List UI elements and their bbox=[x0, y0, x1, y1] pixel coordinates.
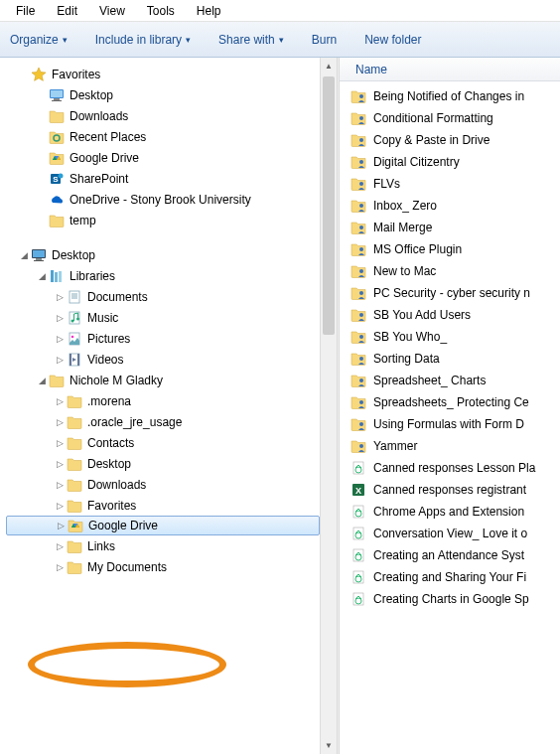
tree-item-contacts[interactable]: ▷ Contacts bbox=[6, 432, 320, 453]
expand-arrow[interactable]: ▷ bbox=[54, 313, 66, 323]
folder-icon bbox=[66, 456, 83, 472]
include-library-button[interactable]: Include in library bbox=[95, 33, 191, 47]
file-name-label: FLVs bbox=[373, 177, 400, 191]
file-row[interactable]: Being Notified of Changes in bbox=[340, 85, 560, 107]
tree-item-label: Google Drive bbox=[70, 151, 139, 165]
tree-item-label: Google Drive bbox=[88, 519, 158, 532]
file-row[interactable]: Chrome Apps and Extension bbox=[340, 501, 560, 523]
file-row[interactable]: Using Formulas with Form D bbox=[340, 413, 560, 435]
file-row[interactable]: FLVs bbox=[340, 173, 560, 195]
burn-button[interactable]: Burn bbox=[312, 33, 337, 47]
file-row[interactable]: Canned responses Lesson Pla bbox=[340, 457, 560, 479]
tree-item-recent-places[interactable]: Recent Places bbox=[6, 126, 320, 147]
scroll-up-button[interactable]: ▲ bbox=[321, 58, 337, 75]
tree-item--oracle-jre-usage[interactable]: ▷ .oracle_jre_usage bbox=[6, 411, 320, 432]
sharepoint-icon bbox=[48, 171, 66, 187]
file-type-icon bbox=[350, 198, 367, 214]
expand-arrow[interactable]: ▷ bbox=[54, 292, 66, 302]
pane-splitter[interactable] bbox=[337, 58, 340, 754]
tree-item--morena[interactable]: ▷ .morena bbox=[6, 390, 320, 411]
tree-item-favorites[interactable]: ▷ Favorites bbox=[6, 495, 320, 516]
expand-arrow[interactable]: ▷ bbox=[54, 396, 66, 406]
file-type-icon bbox=[350, 460, 367, 476]
tree-item-label: Documents bbox=[87, 290, 148, 304]
file-row[interactable]: Spreadsheets_ Protecting Ce bbox=[340, 391, 560, 413]
file-name-label: Sorting Data bbox=[373, 352, 440, 366]
menu-file[interactable]: File bbox=[6, 2, 45, 20]
tree-item-label: Downloads bbox=[70, 109, 128, 123]
file-row[interactable]: SB You Who_ bbox=[340, 326, 560, 348]
file-row[interactable]: Spreadsheet_ Charts bbox=[340, 370, 560, 391]
share-with-button[interactable]: Share with bbox=[218, 33, 284, 47]
menu-edit[interactable]: Edit bbox=[47, 2, 87, 20]
file-row[interactable]: Conditional Formatting bbox=[340, 107, 560, 129]
file-name-label: Canned responses registrant bbox=[373, 483, 526, 497]
tree-item-label: Nichole M Gladky bbox=[70, 374, 163, 387]
file-name-label: Mail Merge bbox=[373, 221, 432, 234]
tree-desktop[interactable]: ◢ Desktop bbox=[6, 244, 320, 265]
menu-tools[interactable]: Tools bbox=[137, 2, 185, 20]
expand-arrow[interactable]: ▷ bbox=[54, 562, 66, 572]
expand-arrow[interactable]: ▷ bbox=[54, 438, 66, 448]
tree-item-music[interactable]: ▷ Music bbox=[6, 307, 320, 328]
tree-user-folder[interactable]: ◢ Nichole M Gladky bbox=[6, 370, 320, 390]
tree-item-desktop[interactable]: ▷ Desktop bbox=[6, 453, 320, 474]
file-row[interactable]: Copy & Paste in Drive bbox=[340, 129, 560, 151]
file-name-label: Conditional Formatting bbox=[373, 111, 493, 125]
expand-arrow[interactable]: ▷ bbox=[55, 521, 67, 530]
file-row[interactable]: SB You Add Users bbox=[340, 304, 560, 326]
tree-item-sharepoint[interactable]: SharePoint bbox=[6, 168, 320, 189]
file-type-icon bbox=[350, 132, 367, 148]
tree-item-downloads[interactable]: ▷ Downloads bbox=[6, 474, 320, 495]
expand-arrow[interactable]: ◢ bbox=[18, 250, 30, 260]
file-name-label: Being Notified of Changes in bbox=[373, 89, 524, 103]
menu-help[interactable]: Help bbox=[187, 2, 231, 20]
scroll-track[interactable] bbox=[321, 75, 337, 737]
file-row[interactable]: Canned responses registrant bbox=[340, 479, 560, 501]
expand-arrow[interactable]: ▷ bbox=[54, 480, 66, 490]
tree-item-temp[interactable]: temp bbox=[6, 210, 320, 230]
tree-item-google-drive[interactable]: Google Drive bbox=[6, 147, 320, 168]
organize-button[interactable]: Organize bbox=[10, 33, 68, 47]
menu-view[interactable]: View bbox=[89, 2, 135, 20]
tree-item-onedrive-stony-brook-university[interactable]: OneDrive - Stony Brook University bbox=[6, 189, 320, 210]
tree-libraries[interactable]: ◢ Libraries bbox=[6, 265, 320, 286]
tree-item-desktop[interactable]: Desktop bbox=[6, 84, 320, 105]
file-row[interactable]: Conversation View_ Love it o bbox=[340, 523, 560, 544]
scroll-thumb[interactable] bbox=[323, 76, 335, 335]
expand-arrow[interactable]: ▷ bbox=[54, 355, 66, 365]
gdrive-icon bbox=[67, 518, 84, 533]
file-row[interactable]: PC Security - cyber security n bbox=[340, 282, 560, 304]
file-row[interactable]: Digital Citizentry bbox=[340, 151, 560, 173]
file-row[interactable]: Creating and Sharing Your Fi bbox=[340, 566, 560, 588]
file-row[interactable]: Creating Charts in Google Sp bbox=[340, 588, 560, 610]
nav-scrollbar[interactable]: ▲ ▼ bbox=[320, 58, 337, 754]
expand-arrow[interactable]: ▷ bbox=[54, 541, 66, 551]
expand-arrow[interactable]: ▷ bbox=[54, 459, 66, 469]
tree-item-downloads[interactable]: Downloads bbox=[6, 105, 320, 126]
tree-favorites[interactable]: Favorites bbox=[6, 64, 320, 84]
tree-item-google-drive[interactable]: ▷ Google Drive bbox=[6, 516, 320, 535]
file-row[interactable]: Inbox_ Zero bbox=[340, 195, 560, 217]
file-row[interactable]: Mail Merge bbox=[340, 217, 560, 238]
file-row[interactable]: New to Mac bbox=[340, 260, 560, 282]
expand-arrow[interactable]: ◢ bbox=[36, 271, 48, 281]
expand-arrow[interactable]: ▷ bbox=[54, 501, 66, 511]
tree-item-my-documents[interactable]: ▷ My Documents bbox=[6, 556, 320, 577]
expand-arrow[interactable]: ▷ bbox=[54, 334, 66, 344]
tree-item-videos[interactable]: ▷ Videos bbox=[6, 349, 320, 370]
file-name-label: Yammer bbox=[373, 439, 417, 453]
file-name-label: Conversation View_ Love it o bbox=[373, 527, 527, 540]
scroll-down-button[interactable]: ▼ bbox=[321, 737, 337, 754]
expand-arrow[interactable]: ▷ bbox=[54, 417, 66, 427]
new-folder-button[interactable]: New folder bbox=[364, 33, 421, 47]
tree-item-links[interactable]: ▷ Links bbox=[6, 535, 320, 556]
file-row[interactable]: Yammer bbox=[340, 435, 560, 457]
file-row[interactable]: MS Office Plugin bbox=[340, 238, 560, 260]
file-row[interactable]: Sorting Data bbox=[340, 348, 560, 370]
expand-arrow[interactable]: ◢ bbox=[36, 376, 48, 385]
tree-item-pictures[interactable]: ▷ Pictures bbox=[6, 328, 320, 349]
file-row[interactable]: Creating an Attendance Syst bbox=[340, 544, 560, 566]
tree-item-documents[interactable]: ▷ Documents bbox=[6, 286, 320, 307]
column-header-name[interactable]: Name bbox=[355, 63, 387, 76]
